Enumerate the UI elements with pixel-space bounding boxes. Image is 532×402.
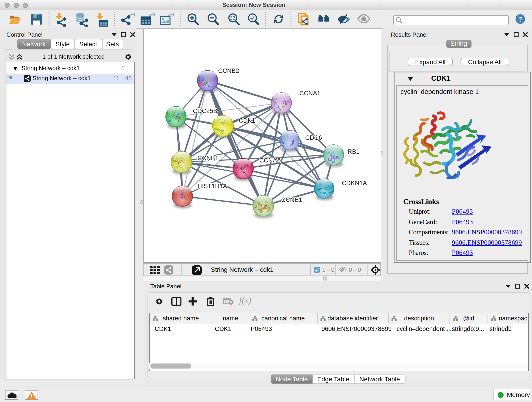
svg-text:CCNE1: CCNE1 [281, 196, 302, 203]
svg-text:CDC6: CDC6 [305, 134, 322, 141]
svg-text:RB1: RB1 [348, 148, 360, 155]
svg-text:CCNB2: CCNB2 [218, 67, 239, 74]
svg-text:CDK1: CDK1 [239, 117, 255, 124]
svg-text:CDKN1A: CDKN1A [342, 179, 367, 186]
svg-text:CCNA2: CCNA2 [259, 157, 280, 164]
svg-text:CCNB1: CCNB1 [197, 154, 219, 161]
svg-text:HIST1H1A: HIST1H1A [197, 182, 227, 189]
svg-text:CCNA1: CCNA1 [299, 89, 321, 96]
svg-text:CDC25B: CDC25B [193, 107, 217, 114]
